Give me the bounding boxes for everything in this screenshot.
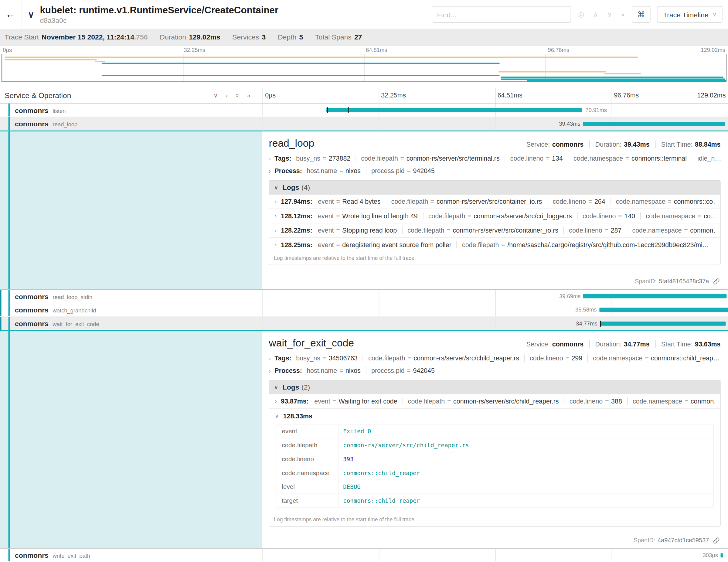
back-arrow-icon: ← [5,9,16,21]
link-icon[interactable] [713,278,719,284]
log-entry-expanded[interactable]: ∨ 128.33ms [269,409,720,423]
operation-name: wait_for_exit_code [53,321,99,327]
chevron-right-icon: › [269,168,271,175]
service-operation-header: Service & Operation [5,91,71,100]
minimap-canvas[interactable] [2,54,727,82]
key-value-item: eventderegistering event source from pol… [318,241,451,248]
span-timeline-cell[interactable]: 39.43ms [262,117,728,130]
focus-match-icon[interactable]: ◎ [578,10,584,19]
span-row-left[interactable]: conmonrs wait_for_exit_code [0,317,262,330]
tags-row[interactable]: › Tags: busy_ns34506763code.filepathconm… [269,354,720,362]
span-row-left[interactable]: conmonrs listen [0,104,262,117]
operation-name: read_loop [53,121,78,128]
key-value-item: code.namespaceconmon… [627,227,716,234]
span-row-wait-for-exit-code[interactable]: conmonrs wait_for_exit_code 34.77ms [0,317,728,330]
minimap-span-segment [604,73,641,74]
ruler-tick: 64.51ms [498,91,522,99]
minimap-tick: 0µs [3,47,12,53]
span-timeline-cell[interactable]: 303µs [262,549,728,561]
process-row[interactable]: › Process: host.namenixosprocess.pid9420… [269,167,720,175]
key-value-item: eventWrote log line of length 49 [318,212,418,220]
span-row-write-exit-path[interactable]: conmonrs write_exit_path 303µs [0,549,728,561]
field-value: conmon-rs/server/src/child_reaper.rs [338,438,713,452]
collapse-all-icon[interactable]: » [234,94,241,97]
key-value-item: idle_n… [692,155,721,162]
span-row-read-loop[interactable]: conmonrs read_loop 39.43ms [0,117,728,130]
span-name-group[interactable]: conmonrs write_exit_path [15,551,90,559]
span-duration-bar[interactable] [720,553,723,557]
key-value-item: code.lineno264 [547,198,605,205]
find-input[interactable] [432,6,571,23]
logs-header[interactable]: ∨ Logs (2) [269,380,720,394]
log-fields: eventStopping read loopcode.filepathconm… [318,227,716,234]
span-name-group[interactable]: conmonrs watch_grandchild [15,306,96,314]
service-color-strip [9,317,10,330]
service-name: conmonrs [15,551,49,559]
span-duration-bar[interactable] [599,308,728,312]
service-color-strip [9,104,10,117]
log-entry[interactable]: › 128.25ms: eventderegistering event sou… [269,238,720,252]
span-row-left[interactable]: conmonrs write_exit_path [0,549,262,561]
tags-label: Tags: [274,155,291,162]
timeline-header-left: Service & Operation ∨ › » » [0,88,262,103]
span-name-group[interactable]: conmonrs wait_for_exit_code [15,319,99,327]
span-row-left[interactable]: conmonrs read_loop_stdin [0,290,262,303]
span-row-left[interactable]: conmonrs read_loop [0,117,262,130]
log-entry[interactable]: › 127.94ms: eventRead 4 bytescode.filepa… [269,195,720,209]
table-row: code.lineno 393 [277,452,713,466]
span-row-left[interactable]: conmonrs watch_grandchild [0,303,262,316]
logs-header[interactable]: ∨ Logs (4) [269,181,720,195]
span-timeline-cell[interactable]: 70.91ms [262,104,728,117]
log-timestamp: 128.12ms: [281,212,312,220]
tags-label: Tags: [274,354,291,362]
log-entry[interactable]: › 128.22ms: eventStopping read loopcode.… [269,223,720,238]
key-value-item: code.filepathconmon-rs/server/src/child_… [363,354,519,362]
minimap-span-segment [5,59,97,60]
clear-search-icon[interactable]: × [621,10,625,18]
logs-count: (4) [301,183,310,191]
span-duration-bar[interactable] [583,294,726,298]
trace-start: Trace StartNovember 15 2022, 11:24:14.75… [5,33,148,41]
span-timeline-cell[interactable]: 35.58ms [262,303,728,316]
span-row-read-loop-stdin[interactable]: conmonrs read_loop_stdin 39.69ms [0,290,728,303]
keyboard-shortcuts-button[interactable]: ⌘ [632,6,651,23]
trace-header-toggle-icon[interactable]: ∨ [28,9,34,20]
span-name-group[interactable]: conmonrs read_loop_stdin [15,292,92,300]
span-row-watch-grandchild[interactable]: conmonrs watch_grandchild 35.58ms [0,303,728,317]
key-value-item: eventWaiting for exit code [314,397,397,405]
prev-match-icon[interactable]: ∧ [593,10,598,19]
span-row-listen[interactable]: conmonrs listen 70.91ms [0,104,728,117]
timeline-header-row: Service & Operation ∨ › » » 0µs 32.25ms … [0,88,728,104]
timeline-minimap: 0µs 32.25ms 64.51ms 96.76ms 129.02ms [0,46,728,82]
key-value-item: code.filepathconmon-rs/server/src/cri_lo… [423,212,572,220]
expand-all-icon[interactable]: » [247,92,250,99]
table-row: code.namespace conmonrs::child_reaper [277,466,713,480]
back-button[interactable]: ← [0,0,21,29]
span-duration-label: 39.69ms [559,293,580,299]
process-label: Process: [274,367,302,374]
span-timeline-cell[interactable]: 39.69ms [262,290,728,303]
span-detail-left-gutter [0,131,262,289]
expand-one-icon[interactable]: › [226,92,228,99]
operation-name: read_loop_stdin [53,294,93,300]
log-entry[interactable]: › 93.87ms: eventWaiting for exit codecod… [269,394,720,408]
span-timeline-cell[interactable]: 34.77ms [262,317,728,330]
chevron-right-icon: › [269,367,271,374]
collapse-one-icon[interactable]: ∨ [213,92,218,99]
span-name-group[interactable]: conmonrs listen [15,106,66,114]
tags-row[interactable]: › Tags: busy_ns273882code.filepathconmon… [269,155,720,162]
span-duration-bar[interactable] [326,108,582,112]
span-name-group[interactable]: conmonrs read_loop [15,120,77,128]
next-match-icon[interactable]: ∨ [607,10,612,19]
field-value: DEBUG [338,480,713,494]
process-row[interactable]: › Process: host.namenixosprocess.pid9420… [269,367,720,374]
span-duration-bar[interactable] [583,122,725,126]
service-color-strip [9,290,10,303]
span-duration-bar[interactable] [600,321,726,325]
link-icon[interactable] [713,537,719,543]
trace-view-selector-button[interactable]: Trace Timeline ∨ [657,6,722,23]
trace-title-block: kubelet: runtime.v1.RuntimeService/Creat… [40,5,278,24]
log-entry[interactable]: › 128.12ms: eventWrote log line of lengt… [269,209,720,223]
span-detail-wait-for-exit-code: wait_for_exit_code Service:conmonrs Dura… [0,330,728,549]
service-color-strip [9,303,10,316]
